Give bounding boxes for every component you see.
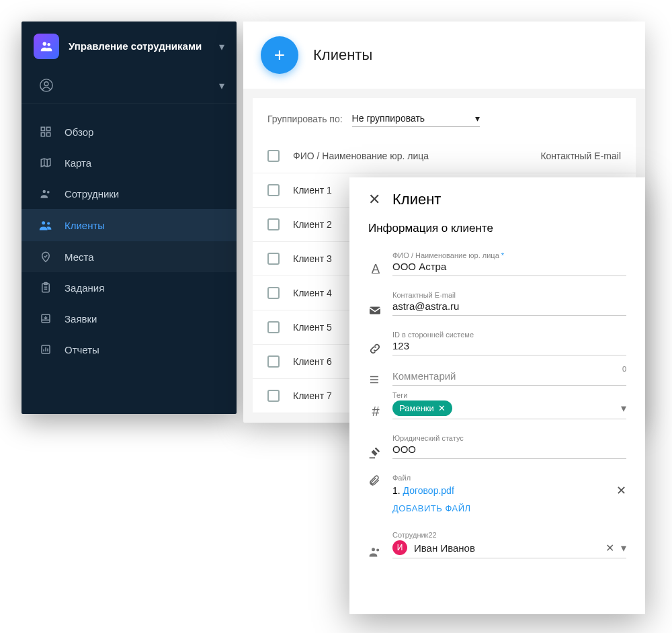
field-label: Теги [392,391,407,399]
main-header: + Клиенты [243,22,645,89]
file-field: Файл 1. Договор.pdf ✕ ДОБАВИТЬ ФАЙЛ [368,467,626,524]
sidebar: Управление сотрудниками ▾ ▾ Обзор Карта … [22,22,237,414]
clear-icon[interactable]: ✕ [605,542,614,554]
checkbox[interactable] [267,390,280,402]
checkbox-all[interactable] [267,150,280,162]
sidebar-item-label: Обзор [65,126,93,138]
svg-point-11 [47,222,50,224]
svg-rect-7 [47,133,50,136]
group-by-select[interactable]: Не группировать ▾ [352,110,480,127]
attachment-icon [368,474,383,487]
gavel-icon [368,446,383,459]
clipboard-icon [39,282,52,294]
col-email: Контактный E-mail [540,151,621,161]
tags-field[interactable]: # Теги Раменки ✕ ▾ [368,394,626,427]
field-label: Файл [392,474,626,482]
checkbox[interactable] [267,287,280,299]
svg-point-3 [44,82,48,86]
svg-point-8 [43,190,46,194]
checkbox[interactable] [267,355,280,368]
col-name: ФИО / Наименование юр. лица [293,151,429,161]
sidebar-item-label: Места [65,251,94,263]
file-remove-icon[interactable]: ✕ [616,483,626,498]
field-label: Контактный E-mail [392,291,626,299]
field-label: Юридический статус [392,434,626,442]
svg-point-18 [376,548,379,551]
svg-rect-5 [47,127,50,130]
chevron-down-icon[interactable]: ▾ [621,402,626,415]
ext-id-field[interactable]: ID в сторонней системе 123 [368,324,626,364]
close-icon[interactable]: ✕ [368,191,380,208]
legal-status-field[interactable]: Юридический статус ООО [368,427,626,467]
chevron-down-icon[interactable]: ▾ [219,40,224,53]
sidebar-header[interactable]: Управление сотрудниками ▾ [22,22,237,69]
file-link[interactable]: Договор.pdf [403,485,454,496]
svg-point-0 [43,42,47,46]
cell-name: Клиент 7 [293,390,332,401]
sidebar-item-clients[interactable]: Клиенты [22,209,237,241]
chevron-down-icon[interactable]: ▾ [219,79,224,92]
name-field[interactable]: A ФИО / Наименование юр. лица * ООО Астр… [368,245,626,284]
checkbox[interactable] [267,253,280,265]
grouping-bar: Группировать по: Не группировать ▾ [253,98,636,139]
sidebar-item-map[interactable]: Карта [22,147,237,178]
hash-icon: # [368,404,383,419]
svg-rect-16 [370,306,380,314]
field-label: ФИО / Наименование юр. лица [392,251,499,259]
field-value: astra@astra.ru [392,300,459,312]
clients-icon [39,218,52,232]
field-placeholder: Комментарий [392,370,456,382]
sidebar-item-reports[interactable]: Отчеты [22,334,237,365]
chart-icon [39,343,52,355]
checkbox[interactable] [267,218,280,230]
table-header: ФИО / Наименование юр. лица Контактный E… [253,139,636,173]
field-value: ООО [392,444,416,455]
people-icon [39,39,54,54]
notes-icon [368,374,383,386]
sidebar-item-label: Карта [65,157,91,169]
comment-field[interactable]: 0 Комментарий [368,364,626,394]
cell-name: Клиент 2 [293,219,332,230]
svg-point-17 [372,548,375,551]
dashboard-icon [39,126,52,138]
group-by-label: Группировать по: [267,114,343,124]
avatar: И [392,540,407,555]
page-title: Клиенты [313,46,372,64]
people-icon [39,187,52,200]
employee-field[interactable]: Сотрудник22 И Иван Иванов ✕ ▾ [368,524,626,566]
tag-chip[interactable]: Раменки ✕ [392,400,452,416]
app-title: Управление сотрудниками [69,40,210,53]
mail-icon [368,305,383,316]
sidebar-item-tasks[interactable]: Задания [22,272,237,303]
email-field[interactable]: Контактный E-mail astra@astra.ru [368,284,626,324]
client-detail-panel: ✕ Клиент Информация о клиенте A ФИО / На… [349,177,645,614]
chip-remove-icon[interactable]: ✕ [438,403,446,413]
detail-subtitle: Информация о клиенте [368,222,626,235]
add-button[interactable]: + [261,36,298,74]
field-label: ID в сторонней системе [392,331,626,339]
sidebar-item-places[interactable]: Места [22,241,237,272]
inbox-icon [39,312,52,325]
group-by-value: Не группировать [352,113,425,124]
chevron-down-icon[interactable]: ▾ [621,542,626,554]
sidebar-item-label: Заявки [65,313,97,325]
checkbox[interactable] [267,321,280,333]
cell-name: Клиент 4 [293,288,332,298]
field-value: ООО Астра [392,261,446,272]
map-icon [39,157,52,169]
field-value: 123 [392,340,409,351]
app-logo [34,34,59,59]
checkbox[interactable] [267,184,280,196]
sidebar-item-employees[interactable]: Сотрудники [22,178,237,209]
file-index: 1. [392,485,401,496]
cell-name: Клиент 6 [293,356,332,367]
sidebar-item-requests[interactable]: Заявки [22,303,237,334]
link-icon [368,342,383,355]
sidebar-item-overview[interactable]: Обзор [22,116,237,147]
svg-point-10 [42,221,45,224]
cell-name: Клиент 3 [293,253,332,264]
svg-point-1 [47,43,50,46]
sidebar-user[interactable]: ▾ [22,69,237,104]
employee-name: Иван Иванов [414,542,475,554]
add-file-button[interactable]: ДОБАВИТЬ ФАЙЛ [392,503,626,513]
